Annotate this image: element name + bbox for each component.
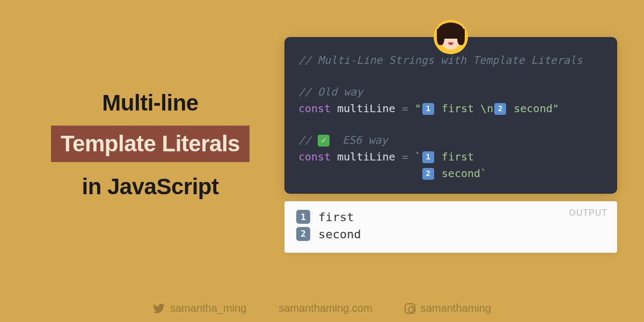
output-line-1: 1 first	[296, 209, 605, 226]
code-panel: // Multi-Line Strings with Template Lite…	[284, 37, 617, 194]
footer-twitter: samantha_ming	[153, 302, 246, 314]
keycap-1-icon: 1	[422, 103, 434, 115]
instagram-handle: samanthaming	[421, 302, 491, 314]
footer-instagram: samanthaming	[405, 302, 491, 314]
keycap-2-icon: 2	[296, 227, 310, 241]
code-new-line-2: 2 second`	[298, 165, 603, 182]
code-comment-es6: ES6 way	[330, 134, 387, 147]
title-line-1: Multi-line	[27, 90, 274, 116]
output-panel: OUTPUT 1 first 2 second	[284, 201, 617, 253]
check-icon: ✓	[318, 135, 330, 147]
title-block: Multi-line Template Literals in JavaScri…	[27, 90, 284, 200]
title-line-3: in JavaScript	[27, 174, 274, 200]
keycap-2-icon: 2	[422, 168, 434, 180]
twitter-handle: samantha_ming	[170, 302, 246, 314]
code-comment-title: // Multi-Line Strings with Template Lite…	[298, 54, 583, 67]
output-label: OUTPUT	[569, 207, 608, 219]
twitter-icon	[153, 304, 165, 313]
keycap-2-icon: 2	[494, 103, 506, 115]
instagram-icon	[405, 303, 415, 314]
footer-web: samanthaming.com	[279, 302, 372, 314]
website-url: samanthaming.com	[279, 302, 372, 314]
avatar	[434, 20, 468, 54]
title-highlight: Template Literals	[51, 126, 250, 162]
code-comment-old: // Old way	[298, 85, 363, 98]
footer: samantha_ming samanthaming.com samantham…	[0, 302, 644, 314]
keycap-1-icon: 1	[422, 151, 434, 163]
code-old-line: const multiLine = "1 first \n2 second"	[298, 100, 603, 117]
code-new-line-1: const multiLine = `1 first	[298, 149, 603, 165]
output-line-2: 2 second	[296, 226, 605, 243]
keycap-1-icon: 1	[296, 210, 310, 224]
